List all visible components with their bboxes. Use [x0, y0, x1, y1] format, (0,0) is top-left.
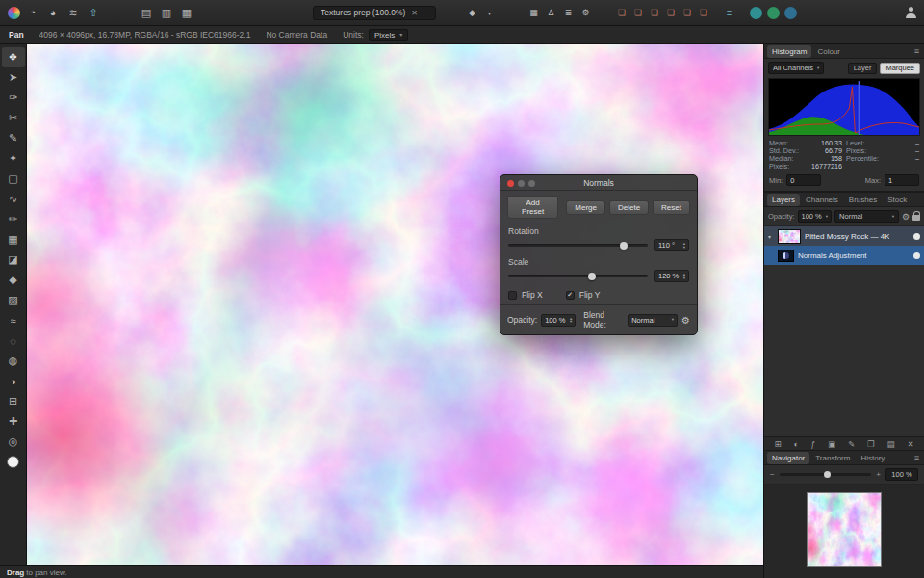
- zoom-out-icon[interactable]: −: [770, 470, 775, 479]
- blend-mode-dropdown[interactable]: Normal ▾: [628, 314, 678, 327]
- layer-row-normals-adjustment[interactable]: Normals Adjustment: [764, 246, 924, 265]
- arrange-move-forward-icon[interactable]: ❏: [632, 5, 644, 20]
- clone-tool[interactable]: ⊞: [2, 391, 25, 411]
- normals-dialog[interactable]: Normals Add Preset Merge Delete Reset Ro…: [500, 174, 698, 335]
- disclosure-triangle-icon[interactable]: ▾: [768, 233, 774, 240]
- close-window-icon[interactable]: [507, 180, 514, 187]
- stepper-icons[interactable]: ▴▾: [683, 273, 685, 279]
- visibility-toggle[interactable]: [913, 233, 920, 240]
- account-icon[interactable]: [906, 7, 916, 18]
- opacity-input[interactable]: 100 % ▴▾: [541, 314, 576, 327]
- rotation-slider[interactable]: [508, 244, 648, 247]
- zoom-in-icon[interactable]: +: [876, 470, 881, 479]
- layers-blend-dropdown[interactable]: Normal ▾: [834, 210, 899, 223]
- assistant-caret-icon[interactable]: ▾: [483, 5, 496, 20]
- delete-button[interactable]: Delete: [609, 200, 649, 215]
- marquee-tool[interactable]: ▢: [2, 169, 25, 189]
- min-input[interactable]: [786, 174, 821, 186]
- layer-row-rock[interactable]: ▾ Pitted Mossy Rock — 4K: [764, 226, 924, 246]
- max-input[interactable]: [885, 174, 919, 186]
- merge-button[interactable]: Merge: [566, 200, 605, 215]
- photo-persona-icon[interactable]: [8, 7, 20, 19]
- layer-name[interactable]: Normals Adjustment: [798, 251, 867, 260]
- tab-colour[interactable]: Colour: [812, 45, 845, 58]
- layer-thumbnail[interactable]: [778, 229, 801, 244]
- layer-scope-button[interactable]: Layer: [848, 63, 878, 74]
- zoom-slider[interactable]: [780, 473, 872, 476]
- delete-layer-icon[interactable]: ✕: [907, 439, 913, 449]
- fx-icon[interactable]: ƒ: [810, 439, 815, 449]
- colour-swatch[interactable]: [7, 456, 19, 468]
- panel-menu-icon[interactable]: ≡: [914, 46, 921, 56]
- gear-icon[interactable]: ⚙: [681, 315, 690, 326]
- lasso-tool[interactable]: ∿: [2, 189, 25, 209]
- close-document-icon[interactable]: ✕: [411, 9, 418, 17]
- arrange-move-to-front-icon[interactable]: ❏: [616, 5, 628, 20]
- document-switcher-dropdown[interactable]: Textures prep (100.0%) ✕: [313, 6, 436, 20]
- adjustment-thumbnail[interactable]: [778, 250, 794, 262]
- stepper-icons[interactable]: ▴▾: [683, 242, 685, 249]
- blur-tool[interactable]: ◌: [2, 330, 25, 351]
- add-preset-button[interactable]: Add Preset: [507, 196, 558, 219]
- hamburger-menu-icon[interactable]: ≡: [722, 5, 737, 20]
- navigator-thumbnail[interactable]: [807, 492, 882, 567]
- adjustment-icon[interactable]: ◐: [793, 439, 798, 449]
- dodge-tool[interactable]: ◑: [2, 371, 25, 391]
- eraser-tool[interactable]: ◪: [2, 250, 25, 270]
- pencil-edit-icon[interactable]: ✎: [848, 439, 855, 449]
- share-circle-icon[interactable]: [784, 7, 797, 19]
- tab-brushes[interactable]: Brushes: [844, 194, 882, 206]
- tab-history[interactable]: History: [856, 452, 889, 464]
- export-persona-icon[interactable]: ⇧: [86, 5, 101, 20]
- snapping-icon[interactable]: ∆: [545, 5, 557, 20]
- layer-name[interactable]: Pitted Mossy Rock — 4K: [805, 232, 889, 241]
- crop-tool[interactable]: ✂: [2, 108, 25, 128]
- tab-stock[interactable]: Stock: [883, 194, 911, 206]
- sharpen-tool[interactable]: ◍: [2, 351, 25, 371]
- marquee-scope-button[interactable]: Marquee: [880, 63, 920, 74]
- channel-dropdown[interactable]: All Channels ▾: [768, 62, 824, 74]
- dialog-titlebar[interactable]: Normals: [500, 175, 697, 191]
- colour-picker-tool[interactable]: ✑: [2, 88, 25, 108]
- flip-y-checkbox[interactable]: ✓: [566, 291, 575, 300]
- guides-icon[interactable]: ≣: [562, 5, 575, 20]
- smudge-tool[interactable]: ≈: [2, 310, 25, 330]
- zoom-value-box[interactable]: 100 %: [886, 468, 918, 481]
- tab-navigator[interactable]: Navigator: [767, 452, 809, 464]
- scale-value-input[interactable]: 120 % ▴▾: [654, 270, 689, 282]
- tab-channels[interactable]: Channels: [801, 194, 843, 206]
- units-dropdown[interactable]: Pixels ▾: [369, 29, 408, 41]
- paint-brush-tool[interactable]: ✏: [2, 209, 25, 229]
- zoom-slider-thumb[interactable]: [824, 471, 831, 478]
- tone-mapping-persona-icon[interactable]: ≋: [65, 5, 81, 20]
- zoom-window-icon[interactable]: [528, 180, 535, 187]
- rotation-value-input[interactable]: 110 ° ▴▾: [654, 239, 689, 251]
- arrange-group-icon[interactable]: ❏: [681, 5, 693, 20]
- scale-slider[interactable]: [508, 275, 648, 277]
- arrange-ungroup-icon[interactable]: ❏: [698, 5, 709, 20]
- flip-x-checkbox[interactable]: [508, 291, 517, 300]
- panel-menu-icon[interactable]: ≡: [914, 453, 921, 462]
- tab-transform[interactable]: Transform: [810, 452, 855, 464]
- group-layers-icon[interactable]: ❐: [867, 439, 875, 449]
- save-document-icon[interactable]: ▦: [179, 5, 194, 20]
- move-tool[interactable]: ➤: [2, 67, 25, 88]
- reset-button[interactable]: Reset: [653, 200, 690, 215]
- tab-layers[interactable]: Layers: [767, 194, 800, 206]
- help-circle-icon[interactable]: [750, 7, 762, 19]
- stepper-icons[interactable]: ▴▾: [570, 317, 572, 324]
- mask-icon[interactable]: ▣: [828, 439, 835, 449]
- selection-brush-tool[interactable]: ✎: [2, 128, 25, 148]
- develop-persona-icon[interactable]: ◕: [45, 5, 61, 20]
- liquify-persona-icon[interactable]: ◔: [25, 5, 40, 20]
- pixel-tool[interactable]: ▦: [2, 229, 25, 250]
- link-layer-icon[interactable]: ⊞: [774, 439, 781, 449]
- layers-opacity-dropdown[interactable]: 100 % ▾: [798, 210, 833, 223]
- assistant-icon[interactable]: ◆: [466, 5, 478, 20]
- open-document-icon[interactable]: ▥: [159, 5, 174, 20]
- flood-select-tool[interactable]: ✦: [2, 148, 25, 169]
- flood-fill-tool[interactable]: ◆: [2, 270, 25, 290]
- arrange-move-backward-icon[interactable]: ❏: [649, 5, 660, 20]
- minimize-window-icon[interactable]: [518, 180, 525, 187]
- zoom-tool[interactable]: ◎: [2, 432, 25, 452]
